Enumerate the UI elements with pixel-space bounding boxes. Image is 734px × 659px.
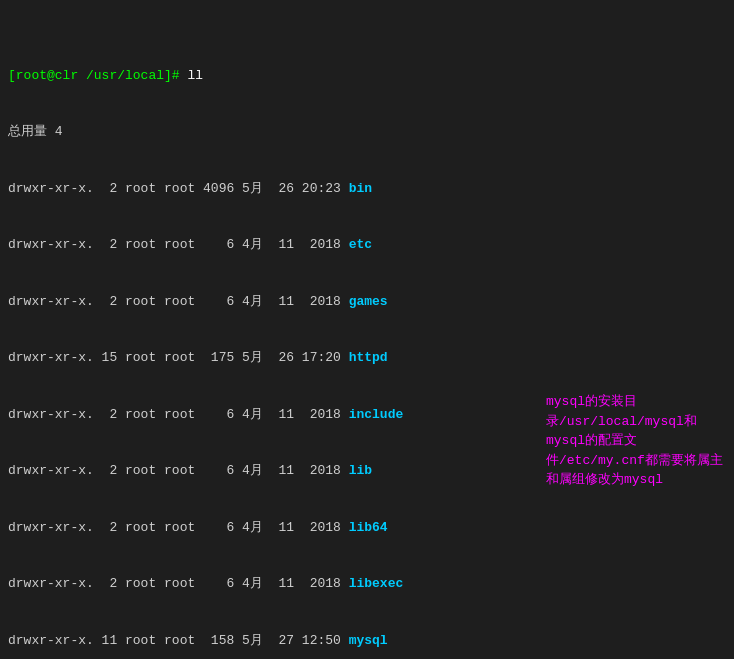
entry-games-1: drwxr-xr-x. 2 root root 6 4月 11 2018 gam… <box>8 293 726 312</box>
prompt-line-1: [root@clr /usr/local]# ll <box>8 67 726 86</box>
entry-libexec-1: drwxr-xr-x. 2 root root 6 4月 11 2018 lib… <box>8 575 726 594</box>
terminal-output: [root@clr /usr/local]# ll 总用量 4 drwxr-xr… <box>8 10 726 659</box>
entry-etc-1: drwxr-xr-x. 2 root root 6 4月 11 2018 etc <box>8 236 726 255</box>
entry-mysql-1: drwxr-xr-x. 11 root root 158 5月 27 12:50… <box>8 632 726 651</box>
entry-httpd-1: drwxr-xr-x. 15 root root 175 5月 26 17:20… <box>8 349 726 368</box>
entry-bin-1: drwxr-xr-x. 2 root root 4096 5月 26 20:23… <box>8 180 726 199</box>
annotation-content: mysql的安装目录/usr/local/mysql和mysql的配置文件/et… <box>546 394 723 487</box>
summary-1: 总用量 4 <box>8 123 726 142</box>
entry-lib64-1: drwxr-xr-x. 2 root root 6 4月 11 2018 lib… <box>8 519 726 538</box>
annotation-text: mysql的安装目录/usr/local/mysql和mysql的配置文件/et… <box>546 392 726 490</box>
